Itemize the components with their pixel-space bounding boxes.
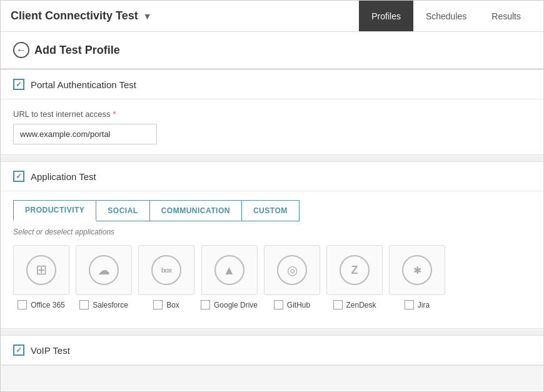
jira-icon: ✱ <box>402 255 432 285</box>
tab-communication[interactable]: COMMUNICATION <box>150 200 242 221</box>
app-icon-box-office365: ⊞ <box>13 245 69 295</box>
required-indicator: * <box>113 109 116 119</box>
url-section: URL to test internet access* <box>1 99 543 154</box>
app-icon-box-github: ◎ <box>264 245 320 295</box>
jira-label: Jira <box>418 301 430 309</box>
app-checkbox-row-github: GitHub <box>274 300 310 309</box>
github-label: GitHub <box>287 301 310 309</box>
title-text: Client Connectivity Test <box>11 9 138 23</box>
office365-checkbox[interactable] <box>18 300 27 309</box>
app-checkbox-row-jira: Jira <box>405 300 430 309</box>
jira-checkbox[interactable] <box>405 300 414 309</box>
app-checkbox-row-box: Box <box>153 300 179 309</box>
app-tab-hint: Select or deselect applications <box>13 228 531 236</box>
list-item: box Box <box>138 245 194 309</box>
list-item: ⊞ Office 365 <box>13 245 69 309</box>
tab-social[interactable]: SOCIAL <box>96 200 149 221</box>
app-header: Client Connectivity Test ▼ Profiles Sche… <box>1 1 543 32</box>
box-checkbox[interactable] <box>153 300 163 309</box>
app-test-title: Application Test <box>31 171 96 182</box>
voip-title: VoIP Test <box>31 345 70 356</box>
gdrive-icon: ▲ <box>214 255 244 285</box>
app-title: Client Connectivity Test ▼ <box>11 9 152 23</box>
office365-label: Office 365 <box>31 301 64 309</box>
add-profile-button[interactable]: ← Add Test Profile <box>13 42 120 58</box>
app-icon-box-box: box <box>138 245 194 295</box>
section-gap-1 <box>1 156 543 161</box>
list-item: ✱ Jira <box>389 245 445 309</box>
voip-header: VoIP Test <box>1 336 543 365</box>
url-label: URL to test internet access* <box>13 109 531 119</box>
title-dropdown-arrow[interactable]: ▼ <box>143 11 152 21</box>
portal-auth-section: Portal Authentication Test URL to test i… <box>1 69 543 155</box>
app-checkbox-row-gdrive: Google Drive <box>201 300 258 309</box>
salesforce-label: Salesforce <box>93 301 128 309</box>
list-item: ◎ GitHub <box>264 245 320 309</box>
add-profile-bar: ← Add Test Profile <box>1 32 543 69</box>
main-content: Portal Authentication Test URL to test i… <box>1 69 543 366</box>
portal-auth-header: Portal Authentication Test <box>1 70 543 99</box>
voip-checkbox[interactable] <box>13 344 24 356</box>
tab-profiles[interactable]: Profiles <box>359 1 413 31</box>
app-test-checkbox[interactable] <box>13 171 24 182</box>
app-checkbox-row-zendesk: ZenDesk <box>333 300 376 309</box>
zendesk-label: ZenDesk <box>346 301 376 309</box>
url-input[interactable] <box>13 124 157 144</box>
list-item: ☁ Salesforce <box>76 245 132 309</box>
add-icon: ← <box>13 42 29 58</box>
app-category-tabs: PRODUCTIVITY SOCIAL COMMUNICATION CUSTOM <box>13 200 531 221</box>
box-label: Box <box>166 301 179 309</box>
tab-results[interactable]: Results <box>479 1 533 31</box>
apps-grid: ⊞ Office 365 ☁ Salesforce <box>13 245 531 309</box>
voip-section: VoIP Test <box>1 335 543 366</box>
gdrive-label: Google Drive <box>214 301 258 309</box>
salesforce-checkbox[interactable] <box>79 300 89 309</box>
app-test-body: PRODUCTIVITY SOCIAL COMMUNICATION CUSTOM… <box>1 191 543 328</box>
portal-auth-title: Portal Authentication Test <box>31 79 136 90</box>
tab-custom[interactable]: CUSTOM <box>242 200 300 221</box>
tab-schedules[interactable]: Schedules <box>413 1 479 31</box>
salesforce-icon: ☁ <box>89 255 119 285</box>
list-item: Z ZenDesk <box>326 245 383 309</box>
portal-auth-checkbox[interactable] <box>13 79 24 90</box>
github-checkbox[interactable] <box>274 300 283 309</box>
office365-icon: ⊞ <box>26 255 56 285</box>
gdrive-checkbox[interactable] <box>201 300 210 309</box>
app-icon-box-zendesk: Z <box>326 245 383 295</box>
app-icon-box-jira: ✱ <box>389 245 445 295</box>
app-icon-box-salesforce: ☁ <box>76 245 132 295</box>
zendesk-icon: Z <box>340 255 370 285</box>
app-checkbox-row-salesforce: Salesforce <box>79 300 128 309</box>
header-tab-group: Profiles Schedules Results <box>359 1 533 31</box>
box-icon: box <box>151 255 181 285</box>
app-icon-box-gdrive: ▲ <box>201 245 258 295</box>
list-item: ▲ Google Drive <box>201 245 258 309</box>
app-test-section: Application Test PRODUCTIVITY SOCIAL COM… <box>1 161 543 329</box>
github-icon: ◎ <box>277 255 307 285</box>
app-checkbox-row-office365: Office 365 <box>18 300 64 309</box>
zendesk-checkbox[interactable] <box>333 300 343 309</box>
section-gap-2 <box>1 330 543 335</box>
add-profile-label: Add Test Profile <box>34 44 120 57</box>
app-test-header: Application Test <box>1 162 543 191</box>
tab-productivity[interactable]: PRODUCTIVITY <box>13 200 96 221</box>
